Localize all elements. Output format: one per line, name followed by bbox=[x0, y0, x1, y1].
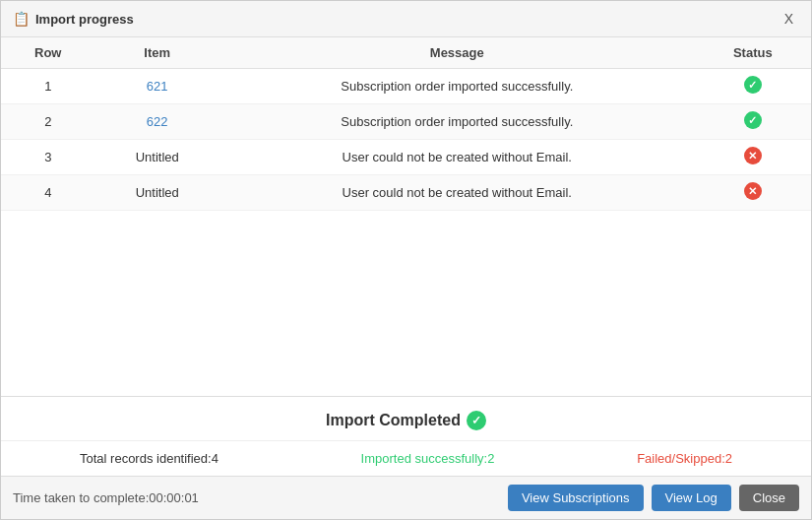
imported-success-stat: Imported successfully:2 bbox=[361, 451, 495, 466]
total-records-stat: Total records identified:4 bbox=[80, 451, 219, 466]
dialog-header: 📋 Import progress X bbox=[1, 1, 811, 37]
cell-item: Untitled bbox=[95, 140, 219, 175]
time-taken-label: Time taken to complete:00:00:01 bbox=[13, 490, 199, 505]
error-icon bbox=[744, 182, 762, 200]
table-header-row: Row Item Message Status bbox=[1, 37, 811, 69]
cell-item[interactable]: 622 bbox=[95, 104, 219, 140]
cell-status bbox=[695, 175, 811, 211]
dialog-title: Import progress bbox=[35, 12, 134, 27]
col-header-item: Item bbox=[95, 37, 219, 69]
cell-message: User could not be created without Email. bbox=[219, 175, 695, 211]
cell-row-number: 3 bbox=[1, 140, 95, 175]
import-icon: 📋 bbox=[13, 11, 30, 27]
dialog-header-left: 📋 Import progress bbox=[13, 11, 134, 27]
cell-message: Subscription order imported successfully… bbox=[219, 104, 695, 140]
cell-message: User could not be created without Email. bbox=[219, 140, 695, 175]
table-row: 3UntitledUser could not be created witho… bbox=[1, 140, 811, 175]
col-header-message: Message bbox=[219, 37, 695, 69]
item-link[interactable]: 622 bbox=[147, 114, 168, 129]
import-table: Row Item Message Status 1621Subscription… bbox=[1, 37, 811, 211]
cell-message: Subscription order imported successfully… bbox=[219, 69, 695, 104]
table-row: 2622Subscription order imported successf… bbox=[1, 104, 811, 140]
import-progress-dialog: 📋 Import progress X Row Item Message Sta… bbox=[0, 0, 812, 520]
table-row: 4UntitledUser could not be created witho… bbox=[1, 175, 811, 211]
cell-status bbox=[695, 69, 811, 104]
footer-section: Import Completed Total records identifie… bbox=[1, 396, 811, 476]
col-header-row: Row bbox=[1, 37, 95, 69]
success-icon bbox=[744, 76, 762, 94]
cell-row-number: 1 bbox=[1, 69, 95, 104]
table-row: 1621Subscription order imported successf… bbox=[1, 69, 811, 104]
completed-check-icon bbox=[467, 411, 486, 430]
import-completed-label: Import Completed bbox=[326, 411, 486, 430]
import-table-container: Row Item Message Status 1621Subscription… bbox=[1, 37, 811, 396]
failed-skipped-stat: Failed/Skipped:2 bbox=[637, 451, 732, 466]
cell-row-number: 2 bbox=[1, 104, 95, 140]
view-log-button[interactable]: View Log bbox=[652, 485, 731, 511]
dialog-close-button[interactable]: X bbox=[779, 9, 799, 29]
import-completed-section: Import Completed bbox=[1, 397, 811, 441]
view-subscriptions-button[interactable]: View Subscriptions bbox=[508, 485, 644, 511]
bottom-buttons: View Subscriptions View Log Close bbox=[508, 485, 799, 511]
cell-item[interactable]: 621 bbox=[95, 69, 219, 104]
col-header-status: Status bbox=[695, 37, 811, 69]
success-icon bbox=[744, 111, 762, 129]
bottom-bar: Time taken to complete:00:00:01 View Sub… bbox=[1, 476, 811, 519]
item-link[interactable]: 621 bbox=[147, 79, 168, 94]
stats-row: Total records identified:4 Imported succ… bbox=[1, 441, 811, 476]
cell-status bbox=[695, 104, 811, 140]
close-button[interactable]: Close bbox=[739, 485, 799, 511]
cell-row-number: 4 bbox=[1, 175, 95, 211]
cell-item: Untitled bbox=[95, 175, 219, 211]
error-icon bbox=[744, 147, 762, 164]
cell-status bbox=[695, 140, 811, 175]
